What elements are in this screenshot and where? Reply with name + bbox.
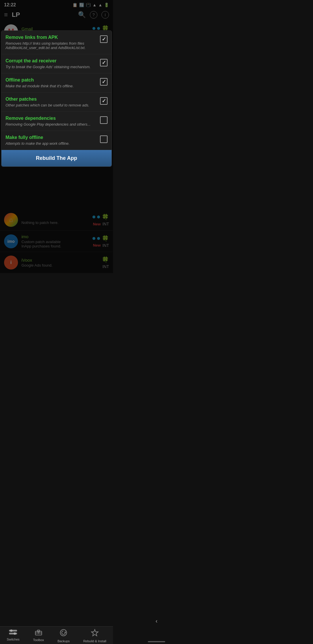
offline-patch-checkbox[interactable] xyxy=(100,78,108,86)
option-title: Other patches xyxy=(6,97,97,102)
option-make-offline[interactable]: Make fully offline Attempts to make the … xyxy=(1,131,112,150)
make-offline-checkbox[interactable] xyxy=(100,135,108,143)
option-title: Offline patch xyxy=(6,77,97,83)
option-remove-links[interactable]: Remove links from APK Removes http:// li… xyxy=(1,31,112,54)
option-desc: Removes http:// links using templates fr… xyxy=(6,41,97,50)
option-offline-patch[interactable]: Offline patch Make the ad module think t… xyxy=(1,73,112,93)
option-title: Corrupt the ad receiver xyxy=(6,58,97,64)
rebuild-app-button[interactable]: Rebuild The App xyxy=(1,150,112,167)
option-title: Remove links from APK xyxy=(6,35,97,40)
option-desc: Make the ad module think that it's offli… xyxy=(6,84,97,88)
option-other-patches[interactable]: Other patches Other patches which can be… xyxy=(1,93,112,112)
option-desc: Try to break the Google Ads' obtaining m… xyxy=(6,65,97,69)
option-title: Make fully offline xyxy=(6,135,97,140)
option-desc: Attempts to make the app work offline. xyxy=(6,141,97,146)
option-desc: Other patches which can be useful to rem… xyxy=(6,103,97,107)
remove-links-checkbox[interactable] xyxy=(100,35,108,43)
remove-deps-checkbox[interactable] xyxy=(100,116,108,124)
option-corrupt-ad[interactable]: Corrupt the ad receiver Try to break the… xyxy=(1,54,112,73)
option-remove-deps[interactable]: Remove dependencies Removing Google Play… xyxy=(1,112,112,131)
other-patches-checkbox[interactable] xyxy=(100,97,108,105)
option-title: Remove dependencies xyxy=(6,116,97,121)
patch-options-modal: Remove links from APK Removes http:// li… xyxy=(1,30,112,167)
option-desc: Removing Google Play dependencies and ot… xyxy=(6,122,97,126)
corrupt-ad-checkbox[interactable] xyxy=(100,59,108,66)
